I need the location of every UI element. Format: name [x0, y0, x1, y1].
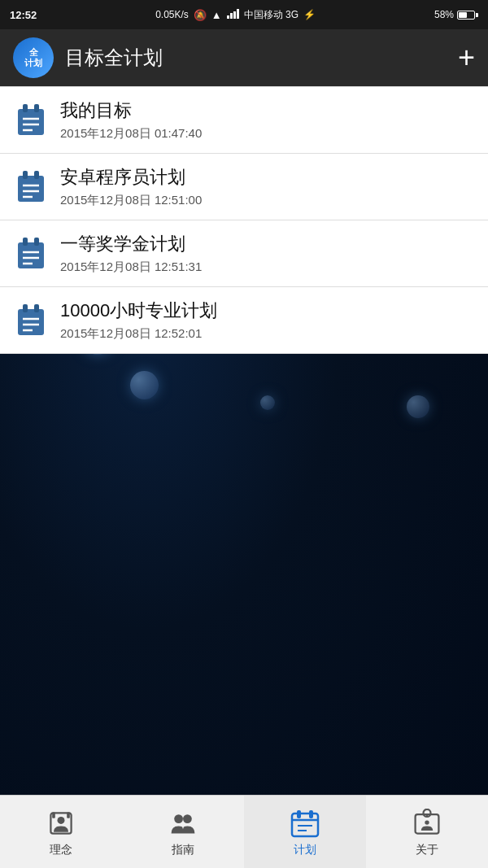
status-bar: 12:52 0.05K/s 🔕 ▲ 中国移动 3G ⚡ 58% [0, 0, 488, 29]
item-icon-3 [13, 303, 49, 338]
svg-point-39 [425, 820, 429, 824]
svg-rect-19 [23, 304, 28, 312]
add-button[interactable]: + [458, 43, 475, 72]
svg-point-25 [58, 816, 65, 823]
jihua-icon [289, 807, 321, 840]
svg-point-29 [183, 814, 192, 823]
item-content-1: 安卓程序员计划 2015年12月08日 12:51:00 [60, 165, 475, 208]
signal-icon [227, 9, 239, 21]
svg-rect-32 [297, 810, 301, 818]
item-icon-2 [13, 236, 49, 272]
svg-rect-26 [52, 812, 55, 818]
item-title-0: 我的目标 [60, 98, 475, 123]
item-date-0: 2015年12月08日 01:47:40 [60, 126, 475, 142]
app-logo: 全计划 [13, 37, 54, 78]
logo-text: 全计划 [24, 47, 42, 68]
item-content-0: 我的目标 2015年12月08日 01:47:40 [60, 98, 475, 142]
svg-point-28 [174, 814, 183, 823]
item-date-3: 2015年12月08日 12:52:01 [60, 326, 475, 342]
tab-jihua-label: 计划 [294, 843, 316, 857]
tab-zhinan-label: 指南 [172, 843, 194, 857]
svg-rect-8 [34, 171, 39, 179]
linian-icon [45, 807, 77, 840]
network-speed: 0.05K/s [155, 9, 189, 20]
svg-rect-27 [67, 812, 70, 818]
item-date-2: 2015年12月08日 12:51:31 [60, 260, 475, 275]
tab-linian-label: 理念 [50, 843, 72, 857]
svg-rect-7 [23, 171, 28, 179]
tab-bar: 理念 指南 计划 [0, 795, 488, 868]
svg-rect-2 [34, 104, 39, 112]
svg-rect-33 [309, 810, 313, 818]
list-item[interactable]: 我的目标 2015年12月08日 01:47:40 [0, 86, 488, 154]
zhinan-icon [167, 807, 199, 840]
item-content-3: 10000小时专业计划 2015年12月08日 12:52:01 [60, 299, 475, 342]
status-center: 0.05K/s 🔕 ▲ 中国移动 3G ⚡ [155, 8, 316, 22]
status-time: 12:52 [10, 9, 37, 21]
svg-rect-20 [34, 304, 39, 312]
item-title-1: 安卓程序员计划 [60, 165, 475, 190]
svg-rect-13 [23, 238, 28, 246]
list-item[interactable]: 一等奖学金计划 2015年12月08日 12:51:31 [0, 220, 488, 287]
list-item[interactable]: 安卓程序员计划 2015年12月08日 12:51:00 [0, 154, 488, 220]
item-icon-0 [13, 103, 49, 138]
tab-jihua[interactable]: 计划 [244, 796, 366, 868]
status-right: 58% [434, 9, 478, 20]
tab-guanyu-label: 关于 [416, 843, 438, 857]
item-title-3: 10000小时专业计划 [60, 299, 475, 323]
tab-zhinan[interactable]: 指南 [122, 796, 244, 868]
item-icon-1 [13, 169, 49, 205]
tab-linian[interactable]: 理念 [0, 796, 122, 868]
item-content-2: 一等奖学金计划 2015年12月08日 12:51:31 [60, 232, 475, 275]
list-item[interactable]: 10000小时专业计划 2015年12月08日 12:52:01 [0, 287, 488, 354]
bubble-11 [130, 371, 159, 399]
wifi-icon: ▲ [211, 9, 222, 21]
charging-icon: ⚡ [303, 9, 316, 20]
title-bar: 全计划 目标全计划 + [0, 29, 488, 86]
tab-guanyu[interactable]: 关于 [366, 796, 488, 868]
svg-rect-1 [23, 104, 28, 112]
guanyu-icon [411, 807, 443, 840]
mute-icon: 🔕 [194, 9, 207, 21]
list-container: 我的目标 2015年12月08日 01:47:40 安卓程序员计划 2015年1… [0, 86, 488, 354]
item-title-2: 一等奖学金计划 [60, 232, 475, 256]
battery-icon [457, 11, 478, 20]
item-date-1: 2015年12月08日 12:51:00 [60, 193, 475, 208]
page-title: 目标全计划 [65, 45, 458, 71]
bubble-14 [407, 395, 429, 418]
svg-rect-14 [34, 238, 39, 246]
battery-percentage: 58% [434, 9, 454, 20]
bubble-13 [260, 395, 275, 410]
carrier: 中国移动 3G [244, 8, 298, 22]
